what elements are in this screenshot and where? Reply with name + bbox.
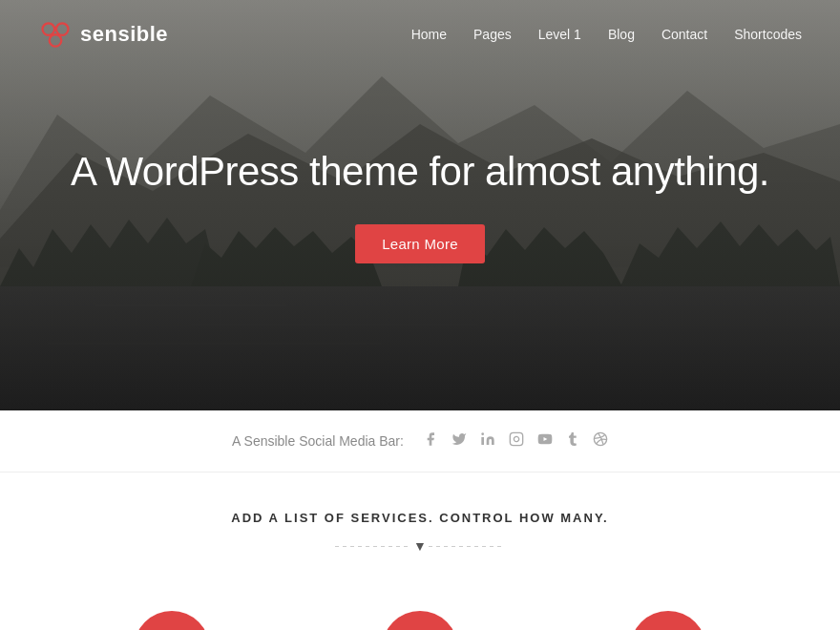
app-development-icon-circle [630,611,706,630]
svg-point-1 [56,23,69,35]
logo-text: sensible [80,22,168,47]
hero-content: A WordPress theme for almost anything. L… [71,147,769,263]
social-bar: A Sensible Social Media Bar: [0,410,840,472]
twitter-icon[interactable] [452,431,467,451]
service-card-photography: Photography Lorem iqy dolor sit amet, co… [296,601,544,630]
services-divider: ▼ [38,538,802,554]
chevron-down-icon: ▼ [413,538,427,554]
services-grid: Website Design Lorem iqy dolor sit amet,… [0,573,840,630]
services-section: ADD A LIST OF SERVICES. CONTROL HOW MANY… [0,472,840,630]
services-header: ADD A LIST OF SERVICES. CONTROL HOW MANY… [0,472,840,573]
divider-line-right [429,546,505,547]
linkedin-icon[interactable] [480,431,495,451]
nav-home[interactable]: Home [411,27,447,42]
social-bar-label: A Sensible Social Media Bar: [232,433,404,449]
facebook-icon[interactable] [423,431,438,451]
nav-level1[interactable]: Level 1 [538,27,581,42]
instagram-icon[interactable] [509,431,524,451]
nav-shortcodes[interactable]: Shortcodes [734,27,802,42]
service-card-app-development: App Development Lorem iqy dolor sit amet… [544,601,792,630]
logo-icon [38,17,73,52]
svg-rect-10 [510,432,522,445]
service-card-website-design: Website Design Lorem iqy dolor sit amet,… [48,601,296,630]
main-nav: Home Pages Level 1 Blog Contact Shortcod… [411,27,802,42]
site-header: sensible Home Pages Level 1 Blog Contact… [0,0,840,69]
nav-blog[interactable]: Blog [608,27,635,42]
youtube-icon[interactable] [537,431,553,451]
divider-line-left [335,546,411,547]
website-design-icon-circle [134,611,210,630]
nav-contact[interactable]: Contact [662,27,707,42]
svg-point-0 [43,23,55,35]
photography-icon-circle [382,611,458,630]
tumblr-icon[interactable] [566,431,579,451]
learn-more-button[interactable]: Learn More [355,224,485,263]
dribbble-icon[interactable] [593,431,608,451]
services-title: ADD A LIST OF SERVICES. CONTROL HOW MANY… [38,511,802,525]
logo[interactable]: sensible [38,17,168,52]
svg-point-9 [481,432,484,435]
svg-point-2 [50,34,62,47]
nav-pages[interactable]: Pages [473,27,512,42]
hero-title: A WordPress theme for almost anything. [71,147,769,198]
